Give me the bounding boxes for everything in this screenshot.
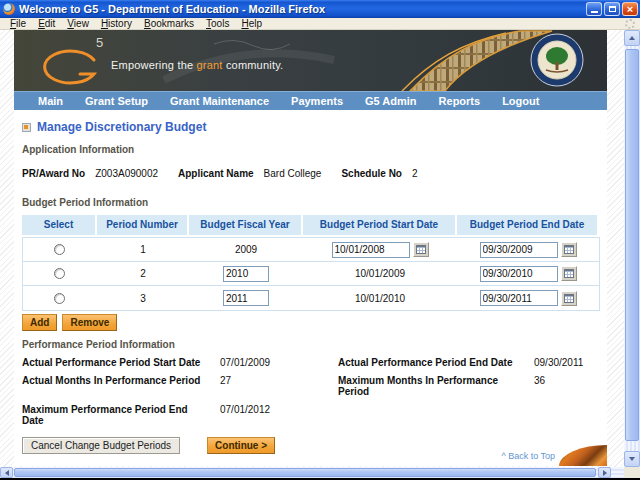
menu-help[interactable]: Help: [235, 18, 268, 30]
page-content: 5 Empowering the grant community. Main G…: [14, 30, 607, 466]
nav-grant-setup[interactable]: Grant Setup: [85, 92, 148, 111]
tagline-accent: grant: [197, 59, 223, 71]
application-info-heading: Application Information: [22, 144, 599, 155]
pr-award-value: Z003A090002: [95, 168, 158, 179]
applicant-name-value: Bard College: [264, 168, 322, 179]
nav-g5-admin[interactable]: G5 Admin: [365, 92, 417, 111]
firefox-window: Welcome to G5 - Department of Education …: [0, 0, 640, 480]
scroll-left-button[interactable]: [0, 467, 13, 478]
arrow-right-icon: [603, 470, 607, 476]
cancel-change-budget-periods-button[interactable]: Cancel Change Budget Periods: [22, 437, 180, 454]
nav-bar: Main Grant Setup Grant Maintenance Payme…: [14, 91, 607, 110]
arrow-up-icon: [629, 36, 635, 40]
fiscal-year-input-period-3[interactable]: [223, 290, 269, 306]
calendar-button-end-3[interactable]: [561, 291, 577, 306]
maximum-end-date-value: 07/01/2012: [220, 404, 338, 415]
schedule-no-label: Schedule No: [341, 168, 402, 179]
nav-main[interactable]: Main: [38, 92, 63, 111]
start-date-period-2: 10/01/2009: [304, 262, 456, 285]
window-title: Welcome to G5 - Department of Education …: [19, 3, 586, 15]
fiscal-year-input-period-2[interactable]: [223, 266, 269, 282]
page-body: Manage Discretionary Budget Application …: [14, 110, 607, 466]
end-date-input-period-1[interactable]: [480, 242, 558, 258]
actual-start-date-value: 07/01/2009: [220, 357, 338, 368]
menu-bar: File Edit View History Bookmarks Tools H…: [0, 18, 640, 30]
schedule-no-value: 2: [412, 168, 418, 179]
column-period-number: Period Number: [97, 215, 187, 235]
select-radio-period-1[interactable]: [54, 244, 65, 255]
start-date-input-period-1[interactable]: [332, 242, 410, 258]
calendar-icon: [564, 294, 574, 303]
calendar-button-end-1[interactable]: [561, 242, 577, 257]
tagline-post: community.: [223, 59, 284, 71]
menu-history[interactable]: History: [95, 18, 138, 30]
page-title-icon: [22, 123, 31, 132]
menu-file[interactable]: File: [4, 18, 32, 30]
fiscal-year-1: 2009: [190, 238, 302, 261]
vertical-scrollbar[interactable]: [624, 30, 640, 467]
table-row: 2 10/01/2009: [23, 262, 599, 286]
horizontal-scroll-thumb[interactable]: [14, 468, 596, 477]
table-header: Select Period Number Budget Fiscal Year …: [22, 215, 600, 235]
actual-end-date-label: Actual Performance Period End Date: [338, 357, 534, 368]
scroll-down-button[interactable]: [624, 451, 640, 467]
scroll-up-button[interactable]: [624, 30, 640, 46]
doe-seal-icon: [531, 34, 583, 86]
menu-bookmarks[interactable]: Bookmarks: [138, 18, 200, 30]
close-button[interactable]: ×: [622, 2, 638, 16]
application-info-row: PR/Award No Z003A090002 Applicant Name B…: [22, 168, 599, 179]
calendar-icon: [416, 245, 426, 254]
actual-months-label: Actual Months In Performance Period: [22, 375, 220, 386]
back-to-top-link[interactable]: ^ Back to Top: [501, 451, 555, 461]
banner: 5 Empowering the grant community.: [14, 30, 607, 91]
end-date-input-period-3[interactable]: [480, 290, 558, 306]
pr-award-label: PR/Award No: [22, 168, 85, 179]
restore-icon: [609, 6, 616, 12]
restore-button[interactable]: [604, 2, 620, 16]
column-start-date: Budget Period Start Date: [303, 215, 455, 235]
vertical-scroll-thumb[interactable]: [625, 49, 639, 441]
scroll-right-button[interactable]: [598, 467, 611, 478]
nav-grant-maintenance[interactable]: Grant Maintenance: [170, 92, 269, 111]
continue-button[interactable]: Continue >: [207, 437, 275, 454]
menu-edit[interactable]: Edit: [32, 18, 61, 30]
firefox-icon: [3, 3, 15, 15]
period-number-1: 1: [98, 238, 188, 261]
remove-button[interactable]: Remove: [62, 314, 117, 331]
select-radio-period-2[interactable]: [54, 268, 65, 279]
g5-logo-number: 5: [96, 35, 103, 50]
banner-tagline: Empowering the grant community.: [111, 59, 283, 71]
actual-start-date-label: Actual Performance Period Start Date: [22, 357, 220, 368]
window-controls: ×: [586, 2, 638, 16]
calendar-button-start-1[interactable]: [413, 242, 429, 257]
maximum-months-label: Maximum Months In Performance Period: [338, 375, 534, 397]
budget-period-table: Select Period Number Budget Fiscal Year …: [22, 215, 600, 311]
performance-grid: Actual Performance Period Start Date 07/…: [22, 357, 599, 426]
nav-logout[interactable]: Logout: [502, 92, 539, 111]
table-row: 3 10/01/2010: [23, 286, 599, 310]
performance-period-heading: Performance Period Information: [22, 339, 599, 350]
arrow-left-icon: [5, 470, 9, 476]
add-button[interactable]: Add: [22, 314, 57, 331]
menu-tools[interactable]: Tools: [200, 18, 235, 30]
end-date-input-period-2[interactable]: [480, 266, 558, 282]
horizontal-scrollbar[interactable]: [0, 467, 640, 478]
title-bar: Welcome to G5 - Department of Education …: [0, 0, 640, 18]
tagline-pre: Empowering the: [111, 59, 197, 71]
activity-spinner-icon: [625, 19, 635, 29]
nav-payments[interactable]: Payments: [291, 92, 343, 111]
actual-end-date-value: 09/30/2011: [534, 357, 599, 368]
calendar-button-end-2[interactable]: [561, 266, 577, 281]
table-row: 1 2009: [23, 238, 599, 262]
maximum-end-date-label: Maximum Performance Period End Date: [22, 404, 220, 426]
calendar-icon: [564, 245, 574, 254]
minimize-button[interactable]: [586, 2, 602, 16]
browser-viewport: 5 Empowering the grant community. Main G…: [0, 30, 640, 467]
maximum-months-value: 36: [534, 375, 599, 386]
applicant-name-label: Applicant Name: [178, 168, 254, 179]
minimize-icon: [591, 11, 598, 13]
menu-view[interactable]: View: [61, 18, 95, 30]
select-radio-period-3[interactable]: [54, 293, 65, 304]
start-date-period-3: 10/01/2010: [304, 286, 456, 310]
nav-reports[interactable]: Reports: [439, 92, 481, 111]
